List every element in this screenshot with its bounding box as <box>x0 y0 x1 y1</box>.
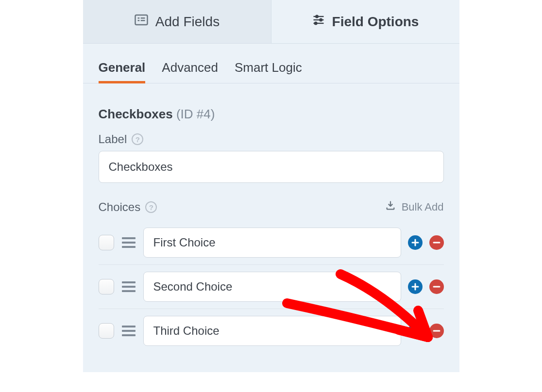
help-icon[interactable]: ? <box>145 201 157 213</box>
drag-handle-icon[interactable] <box>121 235 136 250</box>
top-tabs: Add Fields Field Options <box>83 0 459 44</box>
label-caption: Label <box>99 132 127 146</box>
add-choice-button[interactable] <box>408 235 423 250</box>
subtab-advanced[interactable]: Advanced <box>162 55 218 83</box>
field-options-panel: Add Fields Field Options General Advance… <box>83 0 459 372</box>
subtab-smart-logic[interactable]: Smart Logic <box>235 55 302 83</box>
field-type: Checkboxes <box>99 107 173 121</box>
choices-list <box>99 221 444 353</box>
choice-checkbox[interactable] <box>99 235 114 250</box>
svg-point-6 <box>316 16 318 18</box>
drag-handle-icon[interactable] <box>121 279 136 294</box>
choices-header: Choices ? Bulk Add <box>99 200 444 214</box>
choice-input[interactable] <box>143 272 401 302</box>
subtab-general[interactable]: General <box>99 55 146 83</box>
minus-icon <box>433 327 440 335</box>
plus-icon <box>411 283 419 291</box>
tab-field-options-label: Field Options <box>332 14 419 30</box>
remove-choice-button[interactable] <box>429 235 444 250</box>
remove-choice-button[interactable] <box>429 324 444 338</box>
add-choice-button[interactable] <box>408 279 423 294</box>
minus-icon <box>433 239 440 246</box>
drag-handle-icon[interactable] <box>121 324 136 338</box>
label-row: Label ? <box>99 132 444 146</box>
choice-input[interactable] <box>143 228 401 258</box>
list-icon <box>134 13 149 31</box>
choice-row <box>99 221 444 264</box>
tab-add-fields[interactable]: Add Fields <box>83 0 271 44</box>
tab-field-options[interactable]: Field Options <box>271 0 459 44</box>
bulk-add-label: Bulk Add <box>402 201 444 213</box>
download-icon <box>385 200 396 214</box>
bulk-add-button[interactable]: Bulk Add <box>385 200 444 214</box>
label-input[interactable] <box>99 151 444 183</box>
choices-caption: Choices <box>99 200 141 214</box>
remove-choice-button[interactable] <box>429 279 444 294</box>
content-area: Checkboxes (ID #4) Label ? Choices ? Bul… <box>83 83 459 372</box>
svg-point-8 <box>320 19 322 21</box>
choice-checkbox[interactable] <box>99 279 114 294</box>
plus-icon <box>411 239 419 246</box>
plus-icon <box>411 327 419 335</box>
choice-row <box>99 309 444 353</box>
tab-add-fields-label: Add Fields <box>155 14 220 30</box>
help-icon[interactable]: ? <box>132 133 143 145</box>
add-choice-button[interactable] <box>408 324 423 338</box>
choice-input[interactable] <box>143 316 401 346</box>
field-id: (ID #4) <box>176 107 215 121</box>
field-header: Checkboxes (ID #4) <box>99 107 444 122</box>
svg-point-10 <box>314 22 317 25</box>
choice-checkbox[interactable] <box>99 323 114 339</box>
sub-tabs: General Advanced Smart Logic <box>83 55 459 83</box>
sliders-icon <box>312 13 325 30</box>
minus-icon <box>433 283 440 291</box>
choice-row <box>99 264 444 309</box>
